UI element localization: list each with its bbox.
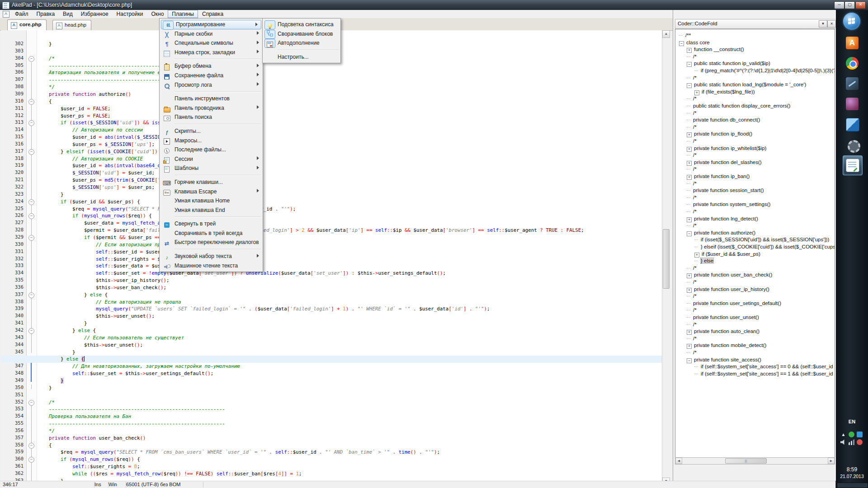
cf-scroll-left-icon[interactable]: ◀ xyxy=(675,458,682,464)
tray-network-icon[interactable] xyxy=(849,439,854,445)
tray-hidden-icons-icon[interactable]: ▲ xyxy=(840,432,846,437)
plugins-menu-item-горячие-клавиши-[interactable]: ⌨Горячие клавиши... xyxy=(160,178,262,187)
codefold-item[interactable]: +private function ip_ban() xyxy=(687,173,750,180)
tray-blue-icon[interactable] xyxy=(857,432,863,437)
tree-expand-icon[interactable]: + xyxy=(687,217,692,222)
codefold-item[interactable]: private function db_connect() xyxy=(687,117,760,124)
codefold-item[interactable]: } else xyxy=(694,258,713,265)
mdi-document-icon[interactable] xyxy=(3,11,9,18)
code-line[interactable]: $user_data = mysql_fetch_assoc($req); xyxy=(1,220,662,227)
codefold-item[interactable]: +private function auto_clean() xyxy=(687,328,760,335)
code-line[interactable]: */ xyxy=(1,84,662,91)
code-line[interactable]: { xyxy=(1,98,662,105)
codefold-item[interactable]: if (self::$system_set['site_access'] == … xyxy=(694,363,835,371)
codefold-item[interactable]: +if (file_exists($lng_file)) xyxy=(694,89,755,96)
codefold-item[interactable]: if (isset($_SESSION['uid']) && isset($_S… xyxy=(694,236,829,244)
code-line[interactable]: private function authorize() xyxy=(1,91,662,98)
codefold-item[interactable]: /* xyxy=(687,166,697,173)
codefold-item[interactable]: −public static function load_lng($module… xyxy=(687,81,806,89)
plugins-menu-item-быстрое-переключение-диалогов[interactable]: ⇄Быстрое переключение диалогов xyxy=(160,238,262,247)
tree-collapse-icon[interactable]: − xyxy=(687,231,692,236)
code-line[interactable]: } xyxy=(1,349,662,356)
tree-expand-icon[interactable]: + xyxy=(687,48,692,53)
code-line[interactable]: $req = mysql_query("SELECT * FROM `users… xyxy=(1,206,662,213)
codefold-item[interactable]: −public static function ip_valid($ip) xyxy=(687,60,770,67)
codefold-tree[interactable]: /**−class core+function __construct()/*−… xyxy=(675,29,835,458)
plugins-menu-item-панель-инструментов[interactable]: Панель инструментов xyxy=(160,94,262,103)
code-line[interactable]: } xyxy=(1,320,662,327)
codefold-item[interactable]: +private function ip_flood() xyxy=(687,131,752,138)
code-line[interactable]: if ($user_id && $user_ps) { xyxy=(1,198,662,206)
cf-scroll-right-icon[interactable]: ▶ xyxy=(828,458,835,464)
plugins-menu-item-парные-скобки[interactable]: ╳Парные скобки xyxy=(160,29,262,39)
plugins-menu-item-машинное-чтение-текста[interactable]: Машинное чтение текста xyxy=(160,261,262,271)
code-line[interactable]: $user_id = FALSE; xyxy=(1,105,662,113)
code-line[interactable]: self::$user_rights = 0; xyxy=(1,463,662,470)
codefold-item[interactable]: −private function site_access() xyxy=(687,357,761,364)
codefold-item[interactable]: +private function user_ip_history() xyxy=(687,286,769,293)
menubar-item-Окно[interactable]: Окно xyxy=(147,10,168,18)
codefold-item[interactable]: public static function display_core_erro… xyxy=(687,103,790,110)
code-line[interactable]: } xyxy=(1,377,662,385)
vertical-scroll-thumb[interactable] xyxy=(663,229,670,289)
code-line[interactable]: $user_ps = md5(trim($_COOKIE['cups'])); xyxy=(1,177,662,184)
menubar-item-Файл[interactable]: Файл xyxy=(11,10,33,18)
plugins-menu-item-буфер-обмена[interactable]: Буфер обмена xyxy=(160,61,262,71)
tree-expand-icon[interactable]: + xyxy=(687,147,692,152)
tree-collapse-icon[interactable]: − xyxy=(687,83,692,88)
tree-expand-icon[interactable]: + xyxy=(687,175,692,180)
close-button[interactable]: ✕ xyxy=(855,1,866,9)
code-line[interactable]: self::$user_rights = $user_data['rights'… xyxy=(1,256,662,263)
code-line[interactable]: private function user_ban_check() xyxy=(1,435,662,442)
codefold-scrollbar[interactable]: ◀ ▶ ||| xyxy=(675,457,835,465)
code-line[interactable]: /* xyxy=(1,399,662,406)
codefold-item[interactable]: private function user_setings_default() xyxy=(687,300,781,307)
code-line[interactable]: $user_ps = FALSE; xyxy=(1,113,662,120)
code-line[interactable]: $permit = $user_data['failed_login'] == … xyxy=(1,227,662,234)
code-line[interactable]: $req = mysql_query("SELECT * FROM `cms_b… xyxy=(1,449,662,456)
code-line[interactable]: self::$user_set = !empty($user_data['set… xyxy=(1,270,662,277)
code-line[interactable]: ----------------------------------------… xyxy=(1,406,662,413)
code-line[interactable]: { xyxy=(1,442,662,449)
codefold-item[interactable]: private function user_unset() xyxy=(687,314,759,321)
code-line[interactable]: Авторизация пользователя и получение его… xyxy=(1,69,662,76)
code-line[interactable]: $this->user_unset(); xyxy=(1,313,662,320)
codefold-item[interactable]: private function session_start() xyxy=(687,187,764,194)
code-line[interactable]: $this->user_unset(); xyxy=(1,342,662,349)
codefold-item[interactable]: } elseif (isset($_COOKIE['cuid']) && iss… xyxy=(694,244,835,251)
taskbar-app-chrome[interactable] xyxy=(843,54,862,73)
code-line[interactable]: } elseif (isset($_COOKIE['cuid']) && iss… xyxy=(1,148,662,155)
menubar-item-Плагины[interactable]: Плагины xyxy=(168,10,198,18)
taskbar-app-blue-cube[interactable] xyxy=(843,115,862,134)
codefold-item[interactable]: /* xyxy=(687,265,697,272)
codefold-item[interactable]: /* xyxy=(687,208,697,216)
code-editor[interactable]: 3023033043053063073083093103113123133143… xyxy=(1,30,662,485)
codefold-item[interactable]: /* xyxy=(687,279,697,286)
tree-expand-icon[interactable]: + xyxy=(687,344,692,349)
codefold-item[interactable]: −private function authorize() xyxy=(687,230,755,237)
code-line[interactable]: $_SESSION['uid'] = $user_id; xyxy=(1,169,662,177)
code-line[interactable]: // Авторизация по сессии xyxy=(1,127,662,134)
codefold-item[interactable]: private function system_settings() xyxy=(687,201,770,208)
menubar-item-Вид[interactable]: Вид xyxy=(59,10,77,18)
codefold-item[interactable]: /* xyxy=(687,95,697,103)
tree-expand-icon[interactable]: + xyxy=(694,90,699,95)
taskbar-app-violet[interactable] xyxy=(843,94,862,113)
vertical-scrollbar[interactable]: ▲ ▼ xyxy=(662,30,670,485)
taskbar-app-slate[interactable] xyxy=(843,74,862,93)
tray-speaker-icon[interactable] xyxy=(840,439,846,445)
plugins-menu-item-номера-строк,-закладки[interactable]: Номера строк, закладки xyxy=(160,48,262,57)
code-line[interactable]: self::$user_data = $user_data; xyxy=(1,263,662,270)
code-line[interactable]: */ xyxy=(1,427,662,435)
codefold-item[interactable]: /* xyxy=(687,335,697,343)
code-line[interactable]: // Если авторизация не прошла xyxy=(1,299,662,306)
codefold-item[interactable]: /* xyxy=(687,124,697,131)
clock-date[interactable]: 21.07.2013 xyxy=(836,474,868,479)
taskbar-app-akelpad[interactable] xyxy=(843,155,863,175)
code-line[interactable]: if (mysql_num_rows($req)) { xyxy=(1,212,662,220)
codefold-item[interactable]: +if ($user_id && $user_ps) xyxy=(694,251,760,258)
codefold-item[interactable]: /* xyxy=(687,75,697,82)
taskbar-app-gear[interactable] xyxy=(843,135,862,154)
menubar-item-Настройки[interactable]: Настройки xyxy=(113,10,147,18)
tree-expand-icon[interactable]: + xyxy=(687,132,692,137)
